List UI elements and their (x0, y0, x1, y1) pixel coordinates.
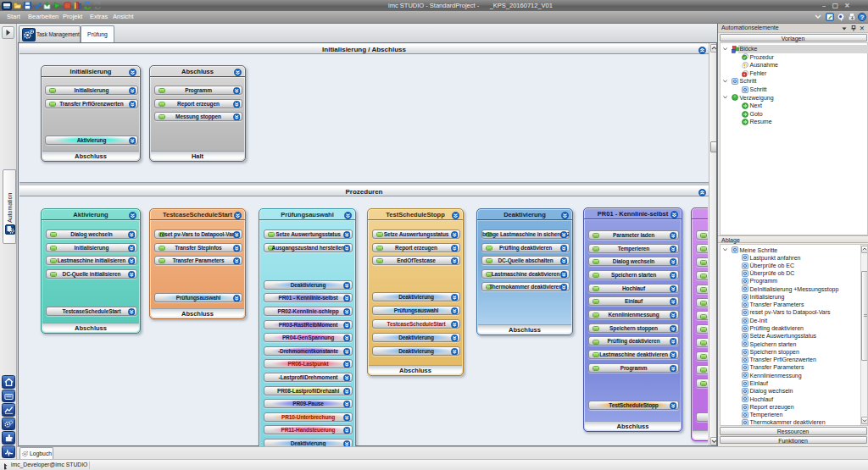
svg-text:?: ? (860, 14, 865, 21)
